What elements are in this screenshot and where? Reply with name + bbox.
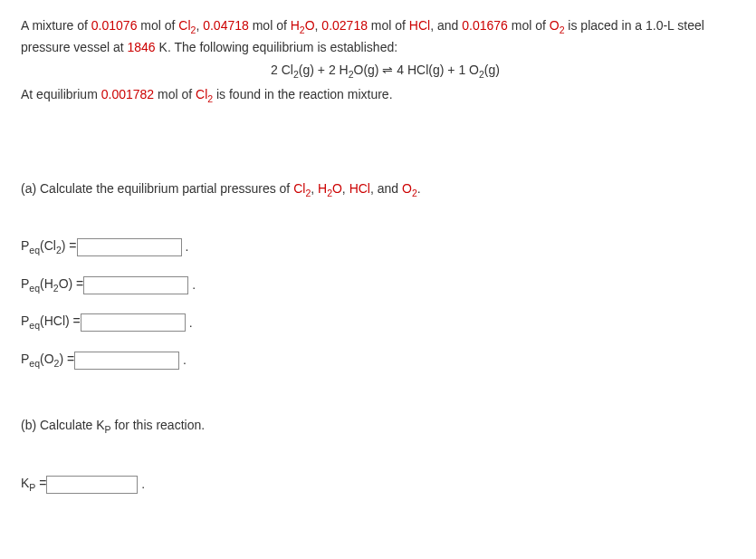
harpoon-icon: ⇌ [382, 63, 393, 77]
peq-hcl-input[interactable] [81, 313, 186, 332]
part-b: (b) Calculate KP for this reaction. [21, 416, 750, 438]
text: pressure vessel at [21, 40, 128, 54]
label: Peq(H2O) = [21, 275, 83, 296]
peq-cl2-row: Peq(Cl2) = . [21, 236, 750, 258]
text: mol of [154, 87, 196, 101]
value: 0.02718 [321, 18, 368, 33]
label: Peq(Cl2) = [21, 236, 77, 258]
peq-h2o-input[interactable] [83, 276, 188, 294]
text: is found in the reaction mixture. [213, 87, 392, 101]
value: 1846 [128, 40, 156, 54]
label: KP = [21, 474, 46, 496]
value: 0.04718 [203, 18, 249, 33]
species: H2O [318, 181, 342, 196]
species: O2 [402, 181, 417, 196]
species: Cl2 [293, 181, 311, 196]
text: , [342, 181, 349, 196]
peq-h2o-row: Peq(H2O) = . [21, 275, 750, 296]
text: At equilibrium [21, 87, 101, 101]
species: Cl2 [178, 18, 196, 33]
text: , [311, 181, 318, 196]
value: 0.01076 [91, 18, 138, 33]
species: H2O [291, 18, 315, 33]
kp-input[interactable] [46, 476, 138, 494]
peq-o2-input[interactable] [74, 352, 179, 370]
text: mol of [368, 18, 409, 33]
text: mol of [508, 18, 550, 33]
label: Peq(O2) = [21, 350, 74, 371]
text: , and [370, 181, 402, 196]
text: mol of [249, 18, 291, 33]
text: is placed in a 1.0-L steel [564, 18, 703, 33]
text: , and [430, 18, 462, 33]
label: Peq(HCl) = [21, 312, 81, 333]
text: A mixture of [21, 18, 91, 33]
part-a: (a) Calculate the equilibrium partial pr… [21, 179, 750, 201]
peq-o2-row: Peq(O2) = . [21, 350, 750, 371]
prompt: (a) Calculate the equilibrium partial pr… [21, 181, 293, 196]
value: 0.01676 [462, 18, 508, 33]
species: O2 [550, 18, 565, 33]
peq-cl2-input[interactable] [77, 238, 182, 256]
problem-statement: A mixture of 0.01076 mol of Cl2, 0.04718… [21, 16, 750, 107]
species: HCl [349, 181, 370, 196]
equation: 2 Cl2(g) + 2 H2O(g) ⇌ 4 HCl(g) + 1 O2(g) [21, 61, 750, 82]
species: Cl2 [196, 87, 213, 101]
species: HCl [409, 18, 430, 33]
text: for this reaction. [111, 418, 206, 432]
prompt: (b) Calculate K [21, 418, 105, 432]
text: . [417, 181, 421, 196]
value: 0.001782 [101, 87, 154, 101]
kp-row: KP = . [21, 474, 750, 496]
text: mol of [137, 18, 178, 33]
text: K. The following equilibrium is establis… [156, 40, 397, 54]
peq-hcl-row: Peq(HCl) = . [21, 312, 750, 333]
